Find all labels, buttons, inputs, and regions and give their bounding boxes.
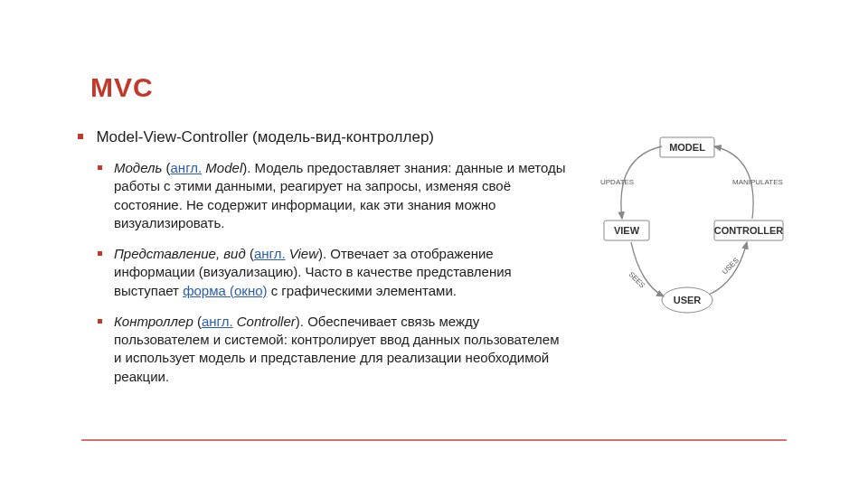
bullet-icon [78,134,83,139]
link-english[interactable]: англ. [202,314,233,329]
link-english[interactable]: англ. [254,246,286,261]
separator-line [81,439,787,441]
eng-term: Controller [237,314,296,329]
diagram-view-label: VIEW [614,225,640,236]
text-column: Model-View-Controller (модель-вид-контро… [90,128,570,399]
item-list: Модель (англ. Model). Модель предоставля… [114,159,570,386]
bullet-icon [98,251,102,256]
list-item: Представление, вид (англ. View). Отвечае… [114,245,570,300]
bullet-icon [98,319,102,324]
heading-row: Model-View-Controller (модель-вид-контро… [78,128,570,146]
term: Контроллер [114,314,193,329]
eng-term: Model [205,160,242,175]
eng-term: View [289,246,318,261]
edge-manipulates-label: MANIPULATES [732,178,783,186]
item-text-2: с графическими элементами. [268,283,457,298]
content-row: Model-View-Controller (модель-вид-контро… [90,128,787,399]
diagram-model-label: MODEL [669,142,705,153]
link-english[interactable]: англ. [171,160,203,175]
slide-title: MVC [90,72,787,103]
slide: MVC Model-View-Controller (модель-вид-ко… [0,0,868,488]
diagram-controller-label: CONTROLLER [714,225,783,236]
term: Модель [114,160,162,175]
link-form-window[interactable]: форма (окно) [183,283,267,298]
heading: Model-View-Controller (модель-вид-контро… [96,128,434,145]
list-item: Контроллер (англ. Controller). Обеспечив… [114,313,570,386]
diagram-column: MODEL VIEW CONTROLLER USER UPDATES MANIP… [588,128,787,399]
mvc-diagram: MODEL VIEW CONTROLLER USER UPDATES MANIP… [588,130,787,329]
bullet-icon [98,165,102,170]
edge-sees-label: SEES [627,270,646,289]
list-item: Модель (англ. Model). Модель предоставля… [114,159,570,232]
diagram-user-label: USER [674,295,702,305]
edge-updates-label: UPDATES [600,178,634,186]
term: Представление, вид [114,246,246,261]
